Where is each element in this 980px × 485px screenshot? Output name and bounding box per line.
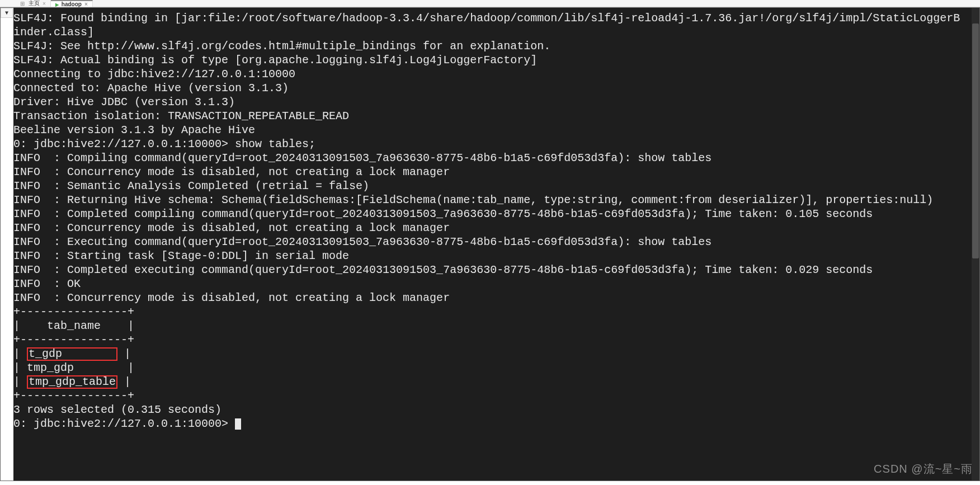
grid-icon [20,1,26,6]
output-line: INFO : OK [13,277,81,290]
highlighted-table-name: t_gdp [27,347,117,361]
scrollbar-thumb[interactable] [972,23,979,258]
output-line: INFO : Executing command(queryId=root_20… [13,236,712,248]
output-line: Transaction isolation: TRANSACTION_REPEA… [13,110,349,123]
close-icon[interactable]: × [43,1,46,7]
output-line: Beeline version 3.1.3 by Apache Hive [13,124,255,136]
output-line: INFO : Semantic Analysis Completed (retr… [13,180,369,192]
output-line: SLF4J: See http://www.slf4j.org/codes.ht… [13,40,550,53]
output-line: INFO : Compiling command(queryId=root_20… [13,152,712,164]
output-line: INFO : Concurrency mode is disabled, not… [13,291,450,304]
output-line: 0: jdbc:hive2://127.0.0.1:10000> show ta… [13,138,315,150]
output-line: +----------------+ [13,389,134,402]
output-line: 3 rows selected (0.315 seconds) [13,403,222,416]
output-line: INFO : Starting task [Stage-0:DDL] in se… [13,249,349,262]
output-line: | tmp_gdp | [13,361,134,374]
tab-label: 主页 [29,0,40,7]
terminal-frame: SLF4J: Found binding in [jar:file:/root/… [0,7,980,481]
tab-hadoop[interactable]: hadoop × [51,0,93,7]
tab-label: hadoop [62,1,82,7]
terminal-output[interactable]: SLF4J: Found binding in [jar:file:/root/… [13,8,979,481]
cursor [235,418,241,430]
output-line: INFO : Concurrency mode is disabled, not… [13,166,450,178]
tab-main[interactable]: 主页 × [16,0,51,7]
prompt-line: 0: jdbc:hive2://127.0.0.1:10000> [13,417,235,430]
output-line: SLF4J: Actual binding is of type [org.ap… [13,54,537,67]
output-line: inder.class] [13,26,94,39]
output-line: INFO : Completed executing command(query… [13,263,873,276]
close-icon[interactable]: × [84,1,88,7]
watermark: CSDN @流~星~雨 [874,462,973,476]
output-line: Connecting to jdbc:hive2://127.0.0.1:100… [13,68,295,81]
output-line: +----------------+ [13,333,134,346]
output-line: INFO : Completed compiling command(query… [13,208,873,220]
highlighted-table-name: tmp_gdp_table [27,375,117,389]
tab-bar: 主页 × hadoop × [0,0,980,7]
output-line: Connected to: Apache Hive (version 3.1.3… [13,82,289,95]
output-line: Driver: Hive JDBC (version 3.1.3) [13,96,235,109]
output-line: | tab_name | [13,319,134,332]
play-icon [55,1,59,7]
output-line: INFO : Concurrency mode is disabled, not… [13,222,450,234]
output-line: INFO : Returning Hive schema: Schema(fie… [13,194,933,206]
scrollbar[interactable] [972,8,979,481]
dropdown-toggle[interactable] [1,8,13,18]
output-line: +----------------+ [13,305,134,318]
output-line: SLF4J: Found binding in [jar:file:/root/… [13,12,960,25]
